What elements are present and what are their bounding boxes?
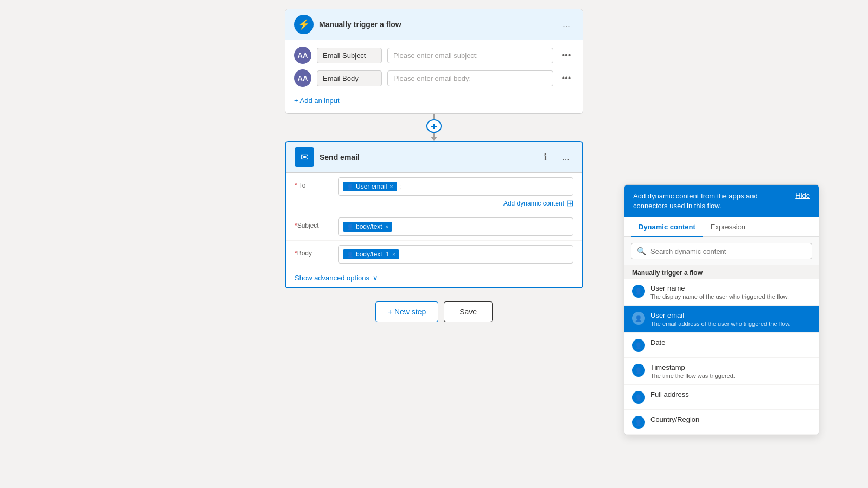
add-input-button[interactable]: + Add an input	[294, 92, 574, 107]
tag-label: User email	[356, 183, 387, 190]
to-required-star: *	[295, 182, 297, 189]
email-body-menu[interactable]: •••	[559, 70, 574, 86]
timestamp-icon: 👤	[632, 364, 645, 377]
user-name-icon: 👤	[632, 285, 645, 298]
date-label: Date	[650, 338, 811, 346]
email-body-row: AA Email Body Please enter email body: •…	[294, 69, 574, 87]
new-step-button[interactable]: + New step	[375, 301, 438, 322]
bottom-actions: + New step Save	[375, 301, 493, 322]
body-label: *Body	[295, 245, 338, 257]
body-tag-icon: 👤	[347, 252, 353, 258]
user-email-desc: The email address of the user who trigge…	[650, 320, 811, 327]
country-region-icon: 👤	[632, 416, 645, 429]
show-advanced-options[interactable]: Show advanced options ∨	[286, 268, 582, 287]
trigger-card-header: ⚡ Manually trigger a flow ...	[285, 9, 583, 40]
body-tag-label: body/text_1	[356, 251, 390, 258]
send-email-header: ✉ Send email ℹ ...	[286, 142, 582, 173]
trigger-card-title: Manually trigger a flow	[319, 20, 553, 29]
timestamp-desc: The time the flow was triggered.	[650, 373, 811, 379]
panel-item-timestamp[interactable]: 👤 Timestamp The time the flow was trigge…	[624, 358, 819, 385]
user-email-icon: 👤	[632, 312, 645, 325]
user-email-tag: 👤 User email ×	[343, 182, 397, 191]
panel-header: Add dynamic content from the apps and co…	[624, 185, 819, 217]
send-email-title: Send email	[320, 153, 532, 162]
to-input-cursor: ;	[400, 183, 402, 190]
panel-item-user-email[interactable]: 👤 User email The email address of the us…	[624, 306, 819, 333]
subject-tag-label: body/text	[356, 223, 382, 230]
subject-field-row: *Subject 👤 body/text ×	[286, 213, 582, 241]
user-name-label: User name	[650, 284, 811, 292]
send-email-info-btn[interactable]: ℹ	[538, 150, 553, 165]
panel-search-area: 🔍	[624, 237, 819, 265]
to-input-wrap: 👤 User email × ; Add dynamic content ⊞	[338, 177, 573, 208]
body-input-wrap: 👤 body/text_1 ×	[338, 245, 573, 264]
email-subject-input[interactable]: Please enter email subject:	[387, 48, 553, 63]
to-label: * To	[295, 177, 338, 189]
user-name-content: User name The display name of the user w…	[650, 284, 811, 300]
panel-hide-button[interactable]: Hide	[795, 191, 810, 200]
show-advanced-label: Show advanced options	[295, 274, 369, 282]
dynamic-content-panel: Add dynamic content from the apps and co…	[624, 184, 819, 435]
date-icon: 👤	[632, 339, 645, 352]
subject-input-wrap: 👤 body/text ×	[338, 217, 573, 236]
tab-dynamic-content[interactable]: Dynamic content	[631, 217, 703, 237]
to-field-row: * To 👤 User email × ; Add dynamic conten…	[286, 173, 582, 213]
search-icon: 🔍	[637, 247, 646, 255]
date-content: Date	[650, 338, 811, 346]
body-tag-input[interactable]: 👤 body/text_1 ×	[338, 245, 573, 264]
email-subject-menu[interactable]: •••	[559, 48, 574, 63]
body-tag-close-btn[interactable]: ×	[392, 251, 395, 258]
full-address-icon: 👤	[632, 391, 645, 404]
full-address-label: Full address	[650, 390, 811, 399]
subject-label: *Subject	[295, 217, 338, 229]
send-email-menu-btn[interactable]: ...	[558, 150, 573, 165]
subject-tag-input[interactable]: 👤 body/text ×	[338, 217, 573, 236]
email-body-input[interactable]: Please enter email body:	[387, 70, 553, 86]
subject-tag-icon: 👤	[347, 224, 353, 230]
plus-icon	[430, 123, 438, 130]
email-icon: ✉	[295, 147, 314, 167]
tab-expression[interactable]: Expression	[703, 217, 753, 237]
add-step-connector-btn[interactable]	[426, 119, 442, 133]
body-required-star: *	[295, 249, 297, 257]
full-address-content: Full address	[650, 390, 811, 399]
email-body-label: Email Body	[317, 70, 382, 86]
dynamic-content-icon: ⊞	[566, 198, 573, 208]
save-button[interactable]: Save	[444, 301, 493, 322]
email-subject-label: Email Subject	[317, 48, 382, 63]
trigger-card-menu[interactable]: ...	[559, 17, 574, 32]
email-subject-row: AA Email Subject Please enter email subj…	[294, 47, 574, 64]
send-email-card: ✉ Send email ℹ ... * To 👤 User email × ;	[285, 141, 583, 288]
tag-person-icon: 👤	[347, 184, 353, 190]
connector-arrow	[431, 137, 437, 141]
panel-header-text: Add dynamic content from the apps and co…	[633, 191, 789, 211]
panel-tabs: Dynamic content Expression	[624, 217, 819, 237]
timestamp-label: Timestamp	[650, 363, 811, 371]
panel-item-country-region[interactable]: 👤 Country/Region	[624, 410, 819, 435]
panel-section-title: Manually trigger a flow	[624, 265, 819, 279]
panel-items-list: Manually trigger a flow 👤 User name The …	[624, 265, 819, 435]
panel-item-user-name[interactable]: 👤 User name The display name of the user…	[624, 279, 819, 306]
add-input-label: + Add an input	[294, 97, 340, 105]
body-text-1-tag: 👤 body/text_1 ×	[343, 249, 399, 259]
trigger-card-body: AA Email Subject Please enter email subj…	[285, 40, 583, 113]
connector-line-top	[433, 114, 435, 119]
country-region-label: Country/Region	[650, 415, 811, 423]
panel-item-date[interactable]: 👤 Date	[624, 333, 819, 358]
search-input[interactable]	[650, 247, 806, 255]
flow-connector	[426, 114, 442, 141]
trigger-card: ⚡ Manually trigger a flow ... AA Email S…	[285, 9, 583, 114]
panel-item-full-address[interactable]: 👤 Full address	[624, 385, 819, 410]
user-name-desc: The display name of the user who trigger…	[650, 293, 811, 300]
body-text-tag: 👤 body/text ×	[343, 222, 392, 232]
chevron-down-icon: ∨	[373, 274, 378, 282]
add-dynamic-content-link[interactable]: Add dynamic content ⊞	[503, 196, 573, 208]
add-dynamic-label: Add dynamic content	[503, 200, 564, 207]
body-field-row: *Body 👤 body/text_1 ×	[286, 241, 582, 268]
email-subject-avatar: AA	[294, 47, 311, 64]
to-tag-input[interactable]: 👤 User email × ;	[338, 177, 573, 196]
tag-close-btn[interactable]: ×	[390, 183, 393, 190]
subject-tag-close-btn[interactable]: ×	[385, 223, 388, 230]
user-email-content: User email The email address of the user…	[650, 311, 811, 327]
country-region-content: Country/Region	[650, 415, 811, 423]
